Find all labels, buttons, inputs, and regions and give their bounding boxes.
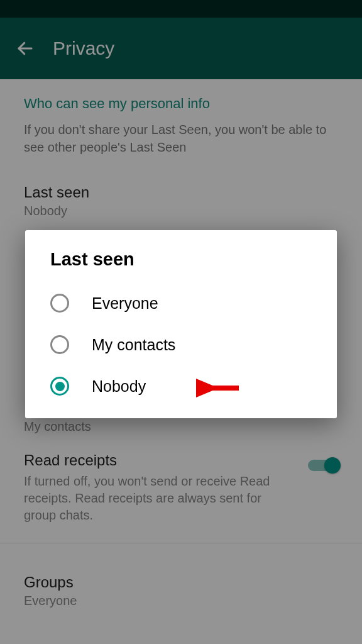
radio-option-nobody[interactable]: Nobody [25, 365, 337, 407]
annotation-arrow-icon [196, 377, 241, 402]
radio-label: My contacts [92, 336, 175, 354]
radio-label: Everyone [92, 294, 158, 313]
radio-icon-selected [50, 377, 69, 396]
radio-option-everyone[interactable]: Everyone [25, 282, 337, 324]
radio-label: Nobody [92, 377, 146, 396]
radio-option-my-contacts[interactable]: My contacts [25, 324, 337, 365]
radio-icon [50, 294, 69, 313]
radio-icon [50, 335, 69, 354]
dialog-title: Last seen [25, 249, 337, 282]
last-seen-dialog: Last seen Everyone My contacts Nobody [25, 230, 337, 418]
